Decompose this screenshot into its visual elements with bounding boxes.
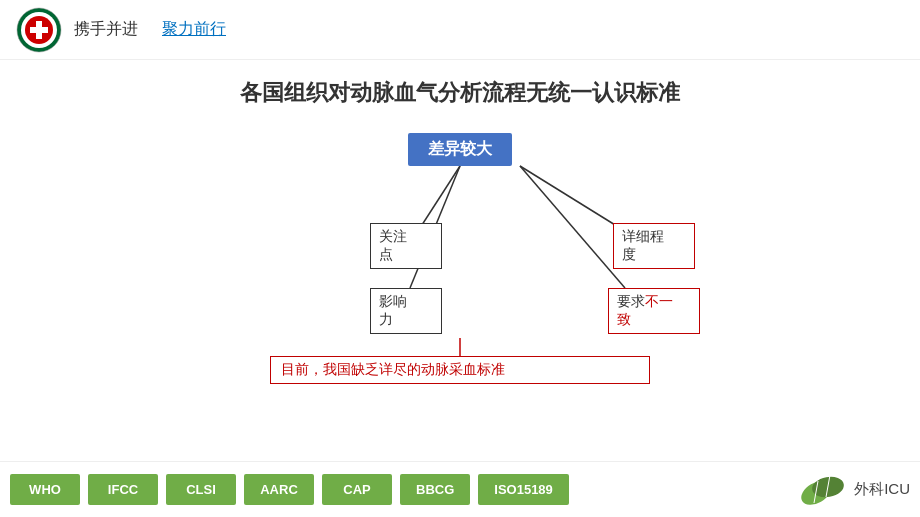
svg-rect-4 (30, 27, 48, 33)
org-bbcg: BBCG (400, 474, 470, 505)
org-clsi: CLSI (166, 474, 236, 505)
org-cap: CAP (322, 474, 392, 505)
header-slogans: 携手并进 聚力前行 (74, 19, 226, 40)
org-who: WHO (10, 474, 80, 505)
leaf-icon (796, 467, 848, 513)
svg-line-9 (520, 166, 625, 288)
svg-line-6 (420, 166, 460, 228)
header: ★ 携手并进 聚力前行 (0, 0, 920, 60)
leaf-branding: 外科ICU (796, 467, 910, 513)
box-yingxiang: 影响 力 (370, 288, 442, 334)
org-iso: ISO15189 (478, 474, 569, 505)
branding-text: 外科ICU (854, 480, 910, 499)
main-content: 各国组织对动脉血气分析流程无统一认识标准 差异较大 关注 点 影响 力 (0, 60, 920, 461)
main-box: 差异较大 (408, 133, 512, 166)
org-aarc: AARC (244, 474, 314, 505)
logo-icon: ★ (16, 7, 62, 53)
bottom-note: 目前，我国缺乏详尽的动脉采血标准 (270, 356, 650, 384)
slogan1: 携手并进 (74, 19, 138, 40)
svg-line-8 (520, 166, 620, 228)
slogan2: 聚力前行 (162, 19, 226, 40)
diagram: 差异较大 关注 点 影响 力 详细程 度 要求不一致 目前，我国缺乏详尽的动脉采… (30, 128, 890, 408)
box-guanzhu: 关注 点 (370, 223, 442, 269)
page-title: 各国组织对动脉血气分析流程无统一认识标准 (30, 78, 890, 108)
bottom-bar: WHO IFCC CLSI AARC CAP BBCG ISO15189 外科I… (0, 461, 920, 517)
box-xiangxi: 详细程 度 (613, 223, 695, 269)
svg-text:★: ★ (37, 12, 41, 17)
box-yaoqiu: 要求不一致 (608, 288, 700, 334)
org-ifcc: IFCC (88, 474, 158, 505)
